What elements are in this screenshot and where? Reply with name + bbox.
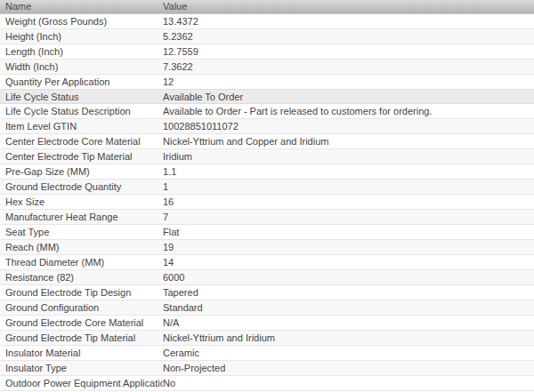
row-name-cell: Manufacturer Heat Range bbox=[0, 210, 163, 224]
row-name-cell: Quantity Per Application bbox=[0, 75, 163, 89]
row-value-cell: Tapered bbox=[163, 285, 534, 300]
row-value-cell: 1 bbox=[163, 180, 534, 194]
row-name-cell: Ground Electrode Core Material bbox=[0, 316, 163, 330]
table-row[interactable]: Quantity Per Application12 bbox=[0, 75, 534, 90]
row-value-cell: 1.1 bbox=[163, 164, 534, 179]
row-value-cell: 6000 bbox=[163, 270, 534, 284]
row-name-cell: Item Level GTIN bbox=[0, 119, 163, 133]
row-value-cell: 7.3622 bbox=[163, 60, 534, 74]
row-name-cell: Ground Configuration bbox=[0, 300, 163, 315]
row-value-cell: 5.2362 bbox=[163, 29, 534, 44]
row-value-cell: Iridium bbox=[163, 149, 534, 164]
row-name-cell: Width (Inch) bbox=[0, 60, 163, 74]
table-row[interactable]: Weight (Gross Pounds)13.4372 bbox=[0, 14, 534, 29]
row-name-cell: Insulator Material bbox=[0, 346, 163, 360]
column-header-value[interactable]: Value bbox=[163, 0, 534, 13]
table-row[interactable]: Hex Size16 bbox=[0, 195, 534, 210]
row-name-cell: Height (Inch) bbox=[0, 29, 163, 44]
row-name-cell: Ground Electrode Tip Material bbox=[0, 331, 163, 345]
table-row[interactable]: Insulator TypeNon-Projected bbox=[0, 361, 534, 376]
table-row[interactable]: Ground Electrode Tip MaterialNickel-Yttr… bbox=[0, 331, 534, 346]
table-row[interactable]: Resistance (82)6000 bbox=[0, 270, 534, 285]
row-value-cell: Nickel-Yttrium and Copper and Iridium bbox=[163, 134, 534, 148]
table-row[interactable]: Width (Inch)7.3622 bbox=[0, 60, 534, 75]
row-name-cell: Length (Inch) bbox=[0, 44, 163, 59]
column-header-name[interactable]: Name bbox=[0, 0, 163, 13]
row-value-cell: Flat bbox=[163, 225, 534, 239]
row-value-cell: Nickel-Yttrium and Iridium bbox=[163, 331, 534, 345]
row-value-cell: Ceramic bbox=[163, 346, 534, 360]
row-name-cell: Weight (Gross Pounds) bbox=[0, 14, 163, 28]
row-value-cell: 13.4372 bbox=[163, 14, 534, 28]
table-row[interactable]: Reach (MM)19 bbox=[0, 240, 534, 255]
row-name-cell: Pre-Gap Size (MM) bbox=[0, 164, 163, 179]
row-name-cell: Insulator Type bbox=[0, 361, 163, 375]
row-name-cell: Center Electrode Core Material bbox=[0, 134, 163, 148]
table-row[interactable]: Center Electrode Core MaterialNickel-Ytt… bbox=[0, 134, 534, 149]
table-header-row: Name Value bbox=[0, 0, 534, 14]
product-spec-table: Name Value Weight (Gross Pounds)13.4372H… bbox=[0, 0, 534, 392]
row-value-cell: 12.7559 bbox=[163, 44, 534, 59]
table-row[interactable]: Life Cycle StatusAvailable To Order bbox=[0, 89, 534, 104]
table-row[interactable]: Life Cycle Status DescriptionAvailable t… bbox=[0, 104, 534, 119]
table-row[interactable]: Seat TypeFlat bbox=[0, 225, 534, 240]
table-row[interactable]: Height (Inch)5.2362 bbox=[0, 29, 534, 44]
table-row[interactable]: Item Level GTIN10028851011072 bbox=[0, 119, 534, 134]
row-value-cell: N/A bbox=[163, 316, 534, 330]
row-value-cell: 16 bbox=[163, 195, 534, 209]
row-name-cell: Hex Size bbox=[0, 195, 163, 209]
row-name-cell: Resistance (82) bbox=[0, 270, 163, 284]
spec-grid-screen: Name Value Weight (Gross Pounds)13.4372H… bbox=[0, 0, 534, 392]
row-value-cell: 12 bbox=[163, 75, 534, 89]
row-value-cell: Non-Projected bbox=[163, 361, 534, 375]
table-row[interactable]: Thread Diameter (MM)14 bbox=[0, 255, 534, 270]
table-row[interactable]: Ground ConfigurationStandard bbox=[0, 300, 534, 316]
table-row[interactable]: Ground Electrode Quantity1 bbox=[0, 180, 534, 195]
row-value-cell: 7 bbox=[163, 210, 534, 224]
row-value-cell: 19 bbox=[163, 240, 534, 254]
table-body: Weight (Gross Pounds)13.4372Height (Inch… bbox=[0, 14, 534, 391]
row-name-cell: Ground Electrode Tip Design bbox=[0, 285, 163, 300]
row-name-cell: Seat Type bbox=[0, 225, 163, 239]
table-row[interactable]: Outdoor Power Equipment ApplicationNo bbox=[0, 376, 534, 391]
row-value-cell: 14 bbox=[163, 255, 534, 269]
row-name-cell: Ground Electrode Quantity bbox=[0, 180, 163, 194]
row-value-cell: 10028851011072 bbox=[163, 119, 534, 133]
table-row[interactable]: Ground Electrode Core MaterialN/A bbox=[0, 316, 534, 331]
row-name-cell: Outdoor Power Equipment Application bbox=[0, 376, 163, 390]
row-name-cell: Thread Diameter (MM) bbox=[0, 255, 163, 269]
table-row[interactable]: Ground Electrode Tip DesignTapered bbox=[0, 285, 534, 300]
row-name-cell: Life Cycle Status bbox=[0, 90, 163, 104]
table-row[interactable]: Pre-Gap Size (MM)1.1 bbox=[0, 164, 534, 180]
row-name-cell: Reach (MM) bbox=[0, 240, 163, 254]
table-row[interactable]: Insulator MaterialCeramic bbox=[0, 346, 534, 361]
table-row[interactable]: Manufacturer Heat Range7 bbox=[0, 210, 534, 225]
row-name-cell: Life Cycle Status Description bbox=[0, 104, 163, 118]
row-name-cell: Center Electrode Tip Material bbox=[0, 149, 163, 164]
table-row[interactable]: Center Electrode Tip MaterialIridium bbox=[0, 149, 534, 164]
table-row[interactable]: Length (Inch)12.7559 bbox=[0, 44, 534, 60]
row-value-cell: Available To Order bbox=[163, 90, 534, 104]
row-value-cell: Standard bbox=[163, 300, 534, 315]
row-value-cell: Available to Order - Part is released to… bbox=[163, 104, 534, 118]
row-value-cell: No bbox=[163, 376, 534, 390]
